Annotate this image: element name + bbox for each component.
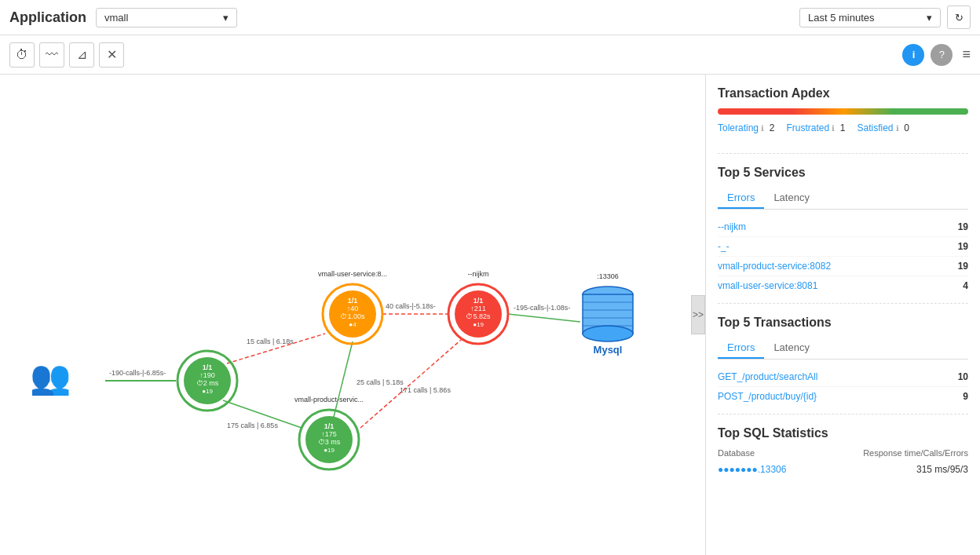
help-icon: ? xyxy=(939,49,945,60)
node-user-service[interactable]: vmall-user-service:8... 1/1 ↑40 ⏱1.00s ●… xyxy=(318,270,387,344)
header: Application vmall ▾ Last 5 minutes ▾ ↻ xyxy=(0,0,980,35)
edge-label-node4-node3: 171 calls | 5.86s xyxy=(400,386,451,394)
node2-time: ⏱1.00s xyxy=(340,312,365,320)
node-ratio: 1/1 xyxy=(203,363,213,371)
edge-node2-node4 xyxy=(333,341,353,420)
sql-row: ●●●●●●●.13306 315 ms/95/3 xyxy=(718,462,968,477)
sql-stats-title: Top SQL Statistics xyxy=(718,426,968,440)
list-item: vmall-product-service:8082 19 xyxy=(718,257,968,276)
node4-time: ⏱3 ms xyxy=(318,438,341,446)
mysql-bottom xyxy=(583,326,633,341)
top-services-section: Top 5 Services Errors Latency --nijkm 19… xyxy=(718,166,968,304)
collapse-button[interactable]: >> xyxy=(691,295,705,334)
main-layout: -190-calls-|-6.85s- 15 calls | 6.18s 175… xyxy=(0,75,980,555)
satisfied-count: 0 xyxy=(904,122,909,133)
service-link-user[interactable]: vmall-user-service:8081 xyxy=(718,280,817,291)
transaction-count-search: 10 xyxy=(958,371,968,382)
app-select-value: vmall xyxy=(104,12,128,24)
toolbar-right: i ? ≡ xyxy=(902,44,971,66)
svg-text:👥: 👥 xyxy=(30,358,71,397)
apdex-labels: Tolerating ℹ 2 Frustrated ℹ 1 Satisfied … xyxy=(718,122,968,133)
node-main-green[interactable]: 1/1 ↑190 ⏱2 ms ●19 xyxy=(177,351,237,411)
node4-calls: ↑175 xyxy=(321,430,337,438)
tab-services-errors[interactable]: Errors xyxy=(718,188,764,209)
graph-area: -190-calls-|-6.85s- 15 calls | 6.18s 175… xyxy=(0,75,705,555)
top-transactions-section: Top 5 Transactions Errors Latency GET_/p… xyxy=(718,316,968,414)
tab-services-latency[interactable]: Latency xyxy=(764,188,819,209)
sql-stats-section: Top SQL Statistics Database Response tim… xyxy=(718,426,968,485)
transaction-count-buy: 9 xyxy=(963,391,968,402)
edge-node3-mysql xyxy=(508,314,580,322)
frustrated-label: Frustrated xyxy=(786,122,829,133)
info-icon: i xyxy=(912,49,916,60)
apdex-section: Transaction Apdex Tolerating ℹ 2 Frustra… xyxy=(718,86,968,154)
filter-button[interactable]: ⊿ xyxy=(69,42,94,68)
node3-calls: ↑211 xyxy=(470,305,486,312)
edge-label-node1-node2: 15 calls | 6.18s xyxy=(247,338,294,345)
list-item: GET_/product/searchAll 10 xyxy=(718,367,968,387)
topology-graph: -190-calls-|-6.85s- 15 calls | 6.18s 175… xyxy=(0,75,705,555)
time-range-dropdown[interactable]: Last 5 minutes ▾ xyxy=(799,8,941,27)
top-services-title: Top 5 Services xyxy=(718,166,968,180)
satisfied-label: Satisfied xyxy=(857,122,893,133)
tab-transactions-latency[interactable]: Latency xyxy=(764,338,819,359)
node-calls: ↑190 xyxy=(199,371,215,379)
collapse-icon: >> xyxy=(693,309,704,320)
sql-header: Database Response time/Calls/Errors xyxy=(718,448,968,458)
list-item: -_- 19 xyxy=(718,237,968,257)
service-link-dash[interactable]: -_- xyxy=(718,241,730,252)
time-chevron-icon: ▾ xyxy=(927,12,932,24)
node2-errors: ●4 xyxy=(349,321,357,328)
mysql-node[interactable]: Mysql :13306 xyxy=(583,272,633,356)
trend-icon: 〰 xyxy=(46,48,58,62)
page-title: Application xyxy=(9,9,86,26)
tolerating-label: Tolerating xyxy=(718,122,759,133)
edge-label-node2-node4: 25 calls | 5.18s xyxy=(357,378,404,386)
tolerating-count: 2 xyxy=(770,122,775,133)
hamburger-icon: ≡ xyxy=(962,46,971,62)
sql-col-stats: Response time/Calls/Errors xyxy=(863,448,968,458)
help-button[interactable]: ? xyxy=(931,44,953,66)
apdex-title: Transaction Apdex xyxy=(718,86,968,100)
transaction-link-buy[interactable]: POST_/product/buy/{id} xyxy=(718,391,817,402)
users-node: 👥 xyxy=(30,358,71,397)
list-item: --nijkm 19 xyxy=(718,217,968,237)
service-count-dash: 19 xyxy=(958,241,968,252)
trend-button[interactable]: 〰 xyxy=(39,42,64,68)
transaction-link-search[interactable]: GET_/product/searchAll xyxy=(718,371,817,382)
node2-ratio: 1/1 xyxy=(348,297,358,305)
node3-errors: ●19 xyxy=(473,321,484,328)
edge-label-node2-node3: 40 calls-|-5.18s- xyxy=(386,302,436,310)
service-link-nijkm[interactable]: --nijkm xyxy=(718,221,746,232)
app-select-dropdown[interactable]: vmall ▾ xyxy=(96,8,237,27)
node4-service-label: vmall-product-servic... xyxy=(294,396,364,403)
tab-transactions-errors[interactable]: Errors xyxy=(718,338,764,359)
edge-label-node1-node4: 175 calls | 6.85s xyxy=(227,422,278,429)
edge-label-users-node1: -190-calls-|-6.85s- xyxy=(109,369,166,377)
node3-time: ⏱5.82s xyxy=(466,312,491,320)
frustrated-count: 1 xyxy=(840,122,846,133)
node-time: ⏱2 ms xyxy=(196,379,219,387)
menu-button[interactable]: ≡ xyxy=(962,46,971,63)
clock-button[interactable]: ⏱ xyxy=(9,42,35,68)
time-range-value: Last 5 minutes xyxy=(808,12,875,24)
apdex-bar xyxy=(718,108,968,115)
list-item: vmall-user-service:8081 4 xyxy=(718,276,968,295)
node-product-service[interactable]: vmall-product-servic... 1/1 ↑175 ⏱3 ms ●… xyxy=(294,396,364,469)
top-transactions-title: Top 5 Transactions xyxy=(718,316,968,330)
info-button[interactable]: i xyxy=(902,44,924,66)
refresh-button[interactable]: ↻ xyxy=(947,5,971,29)
sql-db-link[interactable]: ●●●●●●●.13306 xyxy=(718,464,786,475)
service-count-user: 4 xyxy=(963,280,968,291)
node-errors: ●19 xyxy=(202,388,213,395)
service-count-nijkm: 19 xyxy=(958,221,968,232)
service-link-product[interactable]: vmall-product-service:8082 xyxy=(718,261,831,272)
node4-errors: ●19 xyxy=(324,447,335,454)
node-nijkm[interactable]: --nijkm 1/1 ↑211 ⏱5.82s ●19 xyxy=(448,270,508,344)
node2-calls: ↑40 xyxy=(347,305,359,312)
node3-service-label: --nijkm xyxy=(468,270,489,278)
close-button[interactable]: ✕ xyxy=(99,42,124,68)
sql-db-stats: 315 ms/95/3 xyxy=(916,464,968,475)
clock-icon: ⏱ xyxy=(16,48,28,62)
mysql-label: Mysql xyxy=(594,344,623,356)
